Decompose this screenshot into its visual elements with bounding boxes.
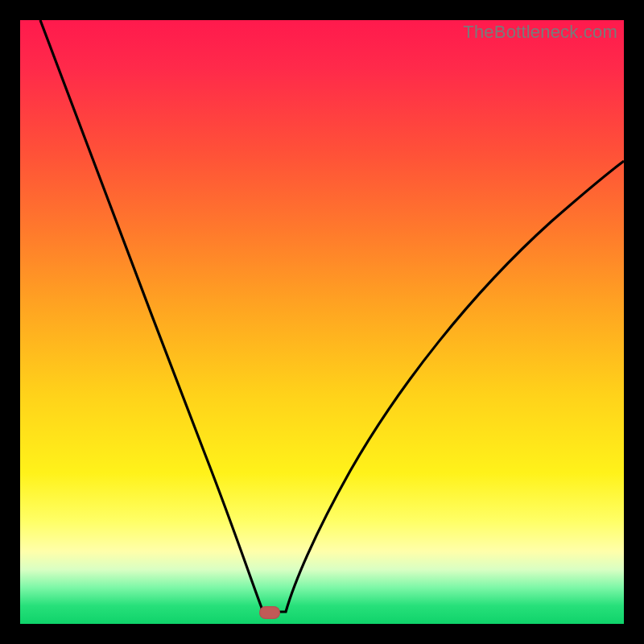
chart-area: TheBottleneck.com	[20, 20, 624, 624]
watermark-text: TheBottleneck.com	[463, 22, 617, 43]
bottleneck-curve	[20, 20, 624, 624]
optimal-marker	[259, 606, 280, 619]
curve-path	[40, 20, 624, 612]
